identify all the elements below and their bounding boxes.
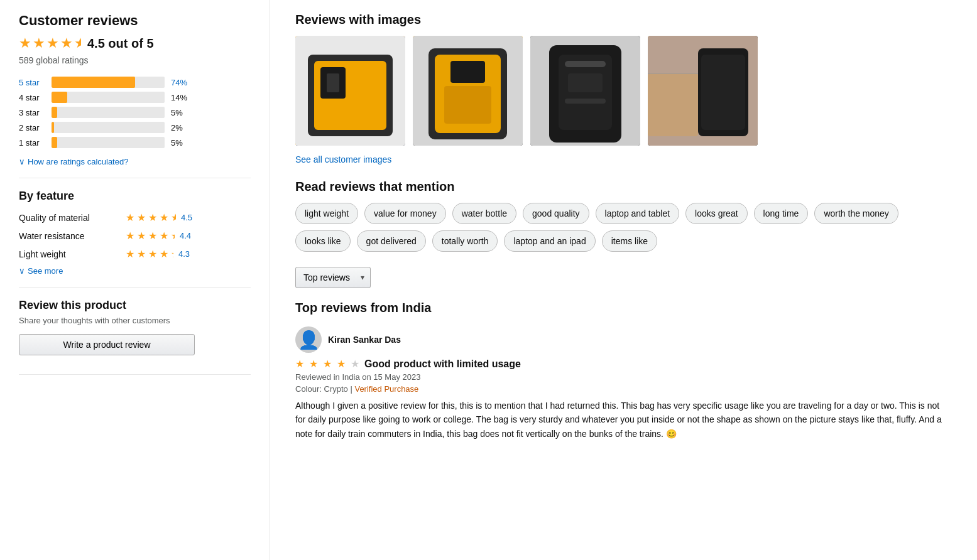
svg-rect-15	[568, 73, 603, 92]
global-ratings: 589 global ratings	[19, 55, 251, 65]
bar-pct-3: 5%	[171, 108, 191, 117]
feature-row-water: Water resistance ★ ★ ★ ★ ★ 4.4	[19, 230, 251, 242]
feature-star-q1: ★	[126, 212, 134, 223]
by-feature-title: By feature	[19, 190, 251, 203]
tag-items-like[interactable]: items like	[602, 230, 657, 252]
review-headline: Good product with limited usage	[364, 358, 521, 370]
svg-rect-8	[444, 86, 491, 124]
right-panel: Reviews with images	[270, 0, 977, 560]
tags-grid: light weight value for money water bottl…	[295, 203, 952, 252]
filter-dropdown[interactable]: Top reviews Most recent	[295, 267, 371, 288]
tag-water-bottle[interactable]: water bottle	[452, 203, 516, 224]
feature-rating-weight: 4.3	[178, 249, 190, 259]
review-img-svg-3	[530, 36, 640, 146]
customer-reviews-title: Customer reviews	[19, 13, 251, 29]
rating-bar-row-4: 4 star 14%	[19, 92, 251, 103]
chevron-down-icon-2: ∨	[19, 266, 25, 276]
review-meta: Reviewed in India on 15 May 2023	[295, 372, 952, 382]
see-all-images-link[interactable]: See all customer images	[295, 154, 391, 164]
svg-rect-19	[648, 73, 698, 136]
tag-totally-worth[interactable]: totally worth	[432, 230, 498, 252]
feature-star-lw4: ★	[160, 248, 168, 260]
feature-name-quality: Quality of material	[19, 213, 126, 223]
review-image-2[interactable]	[413, 36, 523, 146]
star-5-half: ★	[74, 35, 81, 51]
review-img-svg-2	[413, 36, 523, 146]
top-reviews-title: Top reviews from India	[295, 301, 952, 315]
star-3-label: 3 star	[19, 108, 45, 117]
rating-bar-row-1: 1 star 5%	[19, 137, 251, 148]
review-body: Although I given a positive review for t…	[295, 399, 952, 441]
tag-laptop-and-tablet[interactable]: laptop and tablet	[596, 203, 680, 224]
star-4: ★	[60, 35, 73, 51]
tag-worth-the-money[interactable]: worth the money	[814, 203, 898, 224]
star-2-label: 2 star	[19, 123, 45, 132]
bar-fill-2	[52, 122, 54, 133]
bar-pct-1: 5%	[171, 138, 191, 148]
bar-fill-1	[52, 137, 57, 148]
feature-star-w1: ★	[126, 230, 134, 242]
filter-dropdown-wrapper[interactable]: Top reviews Most recent ▾	[295, 267, 371, 288]
bar-track-4	[52, 92, 165, 103]
divider-2	[19, 287, 251, 288]
svg-rect-4	[327, 73, 339, 92]
chevron-down-icon: ∨	[19, 157, 25, 166]
feature-row-quality: Quality of material ★ ★ ★ ★ ★ 4.5	[19, 212, 251, 223]
bar-fill-3	[52, 107, 57, 118]
review-star-4: ★	[337, 358, 346, 370]
feature-star-lw3: ★	[148, 248, 157, 260]
tag-looks-like[interactable]: looks like	[295, 230, 351, 252]
tag-looks-great[interactable]: looks great	[685, 203, 747, 224]
tag-light-weight[interactable]: light weight	[295, 203, 358, 224]
rating-bar-row-3: 3 star 5%	[19, 107, 251, 118]
rating-summary: ★ ★ ★ ★ ★ 4.5 out of 5	[19, 35, 251, 51]
feature-star-w5: ★	[171, 230, 175, 242]
star-5-label[interactable]: 5 star	[19, 78, 45, 87]
filter-dropdown-row: Top reviews Most recent ▾	[295, 267, 952, 288]
verified-purchase: Verified Purchase	[354, 384, 418, 394]
feature-star-q5: ★	[171, 212, 176, 223]
review-image-4[interactable]	[648, 36, 758, 146]
feature-star-w2: ★	[137, 230, 146, 242]
review-image-1[interactable]	[295, 36, 405, 146]
tag-long-time[interactable]: long time	[754, 203, 809, 224]
review-img-svg-4	[648, 36, 758, 146]
feature-star-q4: ★	[160, 212, 168, 223]
feature-star-q2: ★	[137, 212, 146, 223]
read-reviews-title: Read reviews that mention	[295, 180, 952, 194]
feature-stars-water: ★ ★ ★ ★ ★ 4.4	[126, 230, 191, 242]
feature-star-lw5: ★	[171, 248, 173, 260]
bar-pct-5: 74%	[171, 78, 191, 87]
rating-bar-row-5: 5 star 74%	[19, 77, 251, 88]
write-review-button[interactable]: Write a product review	[19, 334, 195, 355]
tag-good-quality[interactable]: good quality	[523, 203, 589, 224]
svg-rect-9	[450, 61, 485, 83]
bar-fill-5	[52, 77, 135, 88]
how-calculated-link[interactable]: ∨ How are ratings calculated?	[19, 157, 251, 166]
see-more-text: See more	[28, 266, 63, 276]
svg-rect-14	[565, 99, 606, 104]
star-4-label: 4 star	[19, 93, 45, 102]
divider-3	[19, 374, 251, 375]
star-3: ★	[46, 35, 59, 51]
feature-stars-quality: ★ ★ ★ ★ ★ 4.5	[126, 212, 192, 223]
review-colour: Colour: Crypto	[295, 384, 348, 394]
review-star-2: ★	[309, 358, 318, 370]
feature-star-lw2: ★	[137, 248, 146, 260]
reviewer-avatar: 👤	[295, 326, 322, 353]
tag-got-delivered[interactable]: got delivered	[357, 230, 426, 252]
review-star-5: ★	[351, 358, 359, 370]
feature-name-weight: Light weight	[19, 249, 126, 259]
tag-value-for-money[interactable]: value for money	[364, 203, 446, 224]
bar-track-2	[52, 122, 165, 133]
feature-stars-weight: ★ ★ ★ ★ ★ 4.3	[126, 248, 190, 260]
see-more-link[interactable]: ∨ See more	[19, 266, 251, 276]
bar-track-5	[52, 77, 165, 88]
reviews-images-title: Reviews with images	[295, 13, 952, 27]
review-colour-verified: Colour: Crypto | Verified Purchase	[295, 384, 952, 394]
feature-row-weight: Light weight ★ ★ ★ ★ ★ 4.3	[19, 248, 251, 260]
feature-star-w4: ★	[160, 230, 168, 242]
feature-name-water: Water resistance	[19, 231, 126, 241]
review-image-3[interactable]	[530, 36, 640, 146]
tag-laptop-and-ipad[interactable]: laptop and an ipad	[504, 230, 595, 252]
